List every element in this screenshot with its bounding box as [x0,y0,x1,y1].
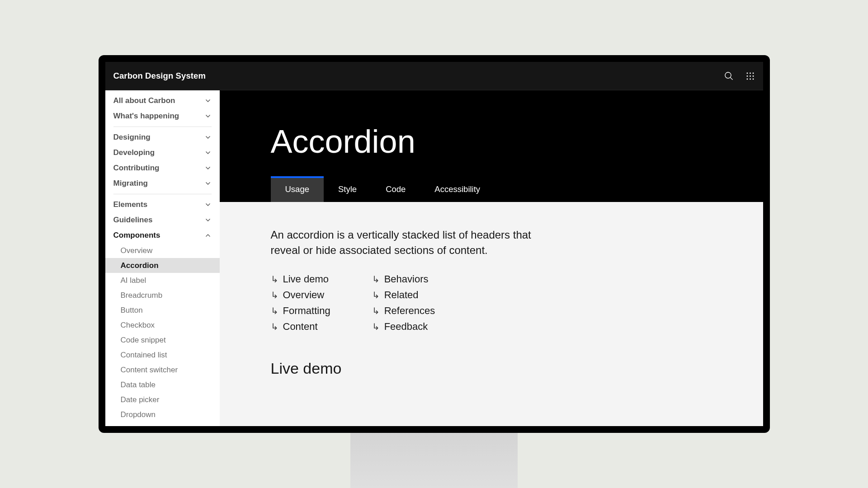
sidebar-item-label: What's happening [113,112,179,121]
anchor-link-feedback[interactable]: ↳Feedback [372,321,435,333]
anchor-link-formatting[interactable]: ↳Formatting [271,305,330,317]
anchor-link-overview[interactable]: ↳Overview [271,289,330,301]
chevron-down-icon [204,113,212,120]
anchor-col-left: ↳Live demo↳Overview↳Formatting↳Content [271,273,330,333]
anchor-link-references[interactable]: ↳References [372,305,435,317]
sidebar-subitem-file-uploader[interactable]: File uploader [105,422,220,426]
anchor-label: Overview [283,289,325,301]
sidebar-item-contributing[interactable]: Contributing [113,160,212,176]
sidebar-item-label: Developing [113,148,155,157]
sidebar-item-label: All about Carbon [113,96,175,105]
sidebar-subitem-accordion[interactable]: Accordion [105,258,220,273]
anchor-label: Live demo [283,273,329,285]
monitor-stand [350,433,518,488]
nav-divider [113,127,212,127]
body: All about CarbonWhat's happeningDesignin… [105,90,763,426]
chevron-down-icon [204,216,212,224]
sidebar-subitem-checkbox[interactable]: Checkbox [105,318,220,333]
svg-point-2 [752,72,754,74]
chevron-down-icon [204,149,212,156]
screen: Carbon Design System All about CarbonWha… [105,62,763,426]
monitor-frame: Carbon Design System All about CarbonWha… [99,55,770,433]
anchor-link-live-demo[interactable]: ↳Live demo [271,273,330,285]
page-content: An accordion is a vertically stacked lis… [220,202,763,426]
anchor-link-related[interactable]: ↳Related [372,289,435,301]
sidebar-subitem-code-snippet[interactable]: Code snippet [105,333,220,347]
top-header: Carbon Design System [105,62,763,90]
page-intro: An accordion is a vertically stacked lis… [271,227,560,258]
chevron-down-icon [204,201,212,208]
anchor-links: ↳Live demo↳Overview↳Formatting↳Content ↳… [271,273,763,333]
chevron-down-icon [204,134,212,141]
anchor-label: Behaviors [384,273,429,285]
sidebar-item-all-about-carbon[interactable]: All about Carbon [113,93,212,108]
svg-point-3 [746,75,748,77]
arrow-down-right-icon: ↳ [372,274,380,285]
svg-point-8 [752,78,754,80]
header-actions [724,71,755,81]
page-title: Accordion [271,123,763,160]
sidebar-item-elements[interactable]: Elements [113,197,212,212]
section-heading-live-demo: Live demo [271,360,763,377]
sidebar-item-what-s-happening[interactable]: What's happening [113,108,212,124]
sidebar-item-label: Elements [113,200,148,209]
chevron-down-icon [204,97,212,104]
tab-usage[interactable]: Usage [271,176,324,202]
tab-code[interactable]: Code [371,176,420,202]
sidebar-item-migrating[interactable]: Migrating [113,176,212,191]
anchor-col-right: ↳Behaviors↳Related↳References↳Feedback [372,273,435,333]
sidebar-subitem-content-switcher[interactable]: Content switcher [105,362,220,377]
svg-point-0 [746,72,748,74]
anchor-label: Feedback [384,321,428,333]
chevron-up-icon [204,232,212,239]
sidebar-item-label: Components [113,231,160,240]
arrow-down-right-icon: ↳ [271,290,278,300]
svg-point-6 [746,78,748,80]
anchor-link-content[interactable]: ↳Content [271,321,330,333]
brand-title[interactable]: Carbon Design System [113,71,206,81]
arrow-down-right-icon: ↳ [372,305,380,316]
tab-accessibility[interactable]: Accessibility [420,176,495,202]
anchor-label: References [384,305,435,317]
app-switcher-icon[interactable] [745,71,755,81]
chevron-down-icon [204,164,212,172]
sidebar-item-label: Contributing [113,164,160,173]
search-icon[interactable] [724,71,734,81]
sidebar-item-components[interactable]: Components [113,228,212,243]
sidebar-item-label: Designing [113,133,151,142]
page-hero: Accordion [220,90,763,176]
page-tabs: UsageStyleCodeAccessibility [220,176,763,202]
sidebar-item-guidelines[interactable]: Guidelines [113,212,212,228]
sidebar-subitem-breadcrumb[interactable]: Breadcrumb [105,288,220,303]
anchor-label: Related [384,289,419,301]
anchor-label: Formatting [283,305,330,317]
anchor-link-behaviors[interactable]: ↳Behaviors [372,273,435,285]
nav-divider [113,194,212,194]
sidebar-subitem-ai-label[interactable]: AI label [105,273,220,288]
sidebar-subitem-date-picker[interactable]: Date picker [105,392,220,407]
anchor-label: Content [283,321,318,333]
main-content: Accordion UsageStyleCodeAccessibility An… [220,90,763,426]
svg-point-4 [750,75,751,77]
arrow-down-right-icon: ↳ [372,290,380,300]
sidebar-subitem-button[interactable]: Button [105,303,220,318]
arrow-down-right-icon: ↳ [271,305,278,316]
svg-point-7 [750,78,751,80]
sidebar-item-label: Guidelines [113,216,153,225]
sidebar-subitem-overview[interactable]: Overview [105,243,220,258]
sidebar-item-designing[interactable]: Designing [113,130,212,145]
svg-point-1 [750,72,751,74]
chevron-down-icon [204,180,212,187]
sidebar-subitem-contained-list[interactable]: Contained list [105,347,220,362]
sidebar-subitem-dropdown[interactable]: Dropdown [105,407,220,422]
arrow-down-right-icon: ↳ [372,321,380,332]
svg-point-5 [752,75,754,77]
sidebar-item-label: Migrating [113,179,148,188]
arrow-down-right-icon: ↳ [271,274,278,285]
sidebar-subitem-data-table[interactable]: Data table [105,377,220,392]
sidebar-nav: All about CarbonWhat's happeningDesignin… [105,90,220,426]
tab-style[interactable]: Style [324,176,371,202]
arrow-down-right-icon: ↳ [271,321,278,332]
sidebar-item-developing[interactable]: Developing [113,145,212,160]
